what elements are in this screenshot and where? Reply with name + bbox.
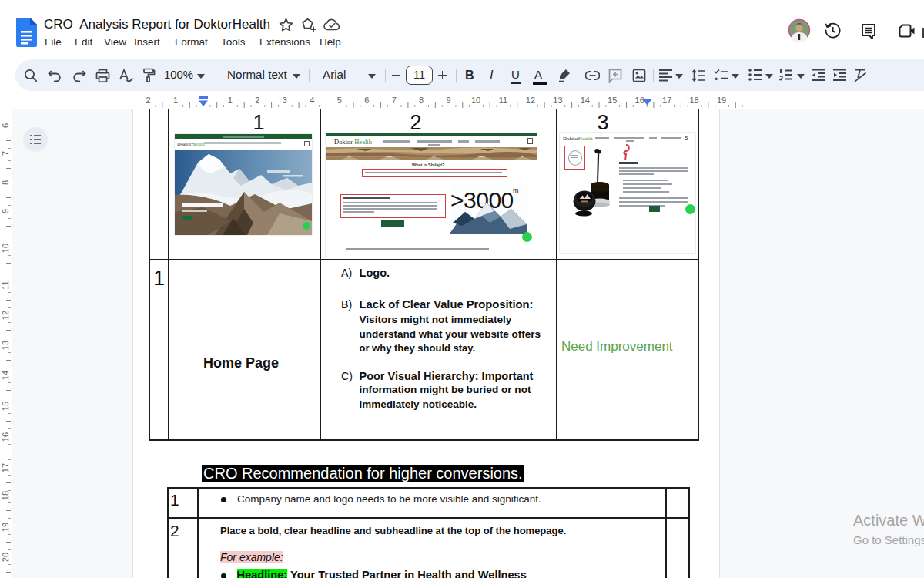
svg-text:11: 11 [499,96,507,105]
svg-text:2: 2 [255,96,259,105]
svg-text:14: 14 [1,371,10,380]
svg-text:9: 9 [446,96,450,105]
svg-text:10: 10 [471,96,480,105]
svg-text:13: 13 [1,341,10,350]
svg-text:16: 16 [635,96,644,105]
svg-text:6: 6 [364,96,369,105]
svg-text:4: 4 [310,96,314,105]
svg-text:2: 2 [146,96,151,105]
svg-text:17: 17 [662,96,671,105]
svg-text:15: 15 [608,96,617,105]
svg-text:13: 13 [553,96,562,105]
svg-text:m: m [513,187,519,194]
svg-text:6: 6 [1,123,10,128]
svg-text:15: 15 [1,402,10,411]
svg-text:5: 5 [337,96,342,105]
svg-text:14: 14 [581,96,590,105]
svg-text:9: 9 [1,209,10,213]
svg-text:1: 1 [228,96,233,105]
svg-text:1: 1 [173,96,178,105]
svg-text:17: 17 [1,463,10,472]
svg-text:16: 16 [1,432,10,442]
svg-text:19: 19 [717,96,726,105]
svg-text:8: 8 [419,96,424,105]
svg-text:12: 12 [526,96,535,105]
svg-text:19: 19 [1,523,10,532]
svg-text:18: 18 [1,491,10,500]
svg-text:10: 10 [1,244,10,253]
svg-text:20: 20 [1,553,10,562]
svg-text:7: 7 [392,96,397,105]
svg-text:7: 7 [1,151,10,156]
svg-text:11: 11 [1,281,10,289]
svg-text:12: 12 [1,311,10,320]
svg-text:8: 8 [1,180,10,185]
svg-text:3: 3 [283,96,287,105]
svg-text:18: 18 [689,96,698,105]
